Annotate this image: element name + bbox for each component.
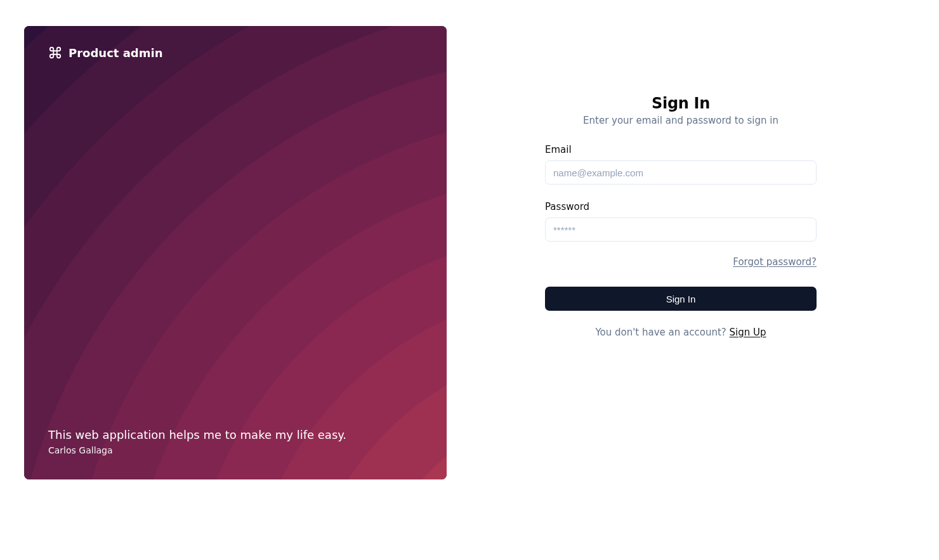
email-group: Email xyxy=(545,144,817,185)
forgot-password-link[interactable]: Forgot password? xyxy=(733,256,817,268)
signup-prompt: You don't have an account? xyxy=(595,327,729,338)
email-label: Email xyxy=(545,144,817,155)
command-icon xyxy=(48,46,62,60)
signup-row: You don't have an account? Sign Up xyxy=(545,327,817,338)
password-group: Password xyxy=(545,201,817,242)
signin-form: Sign In Enter your email and password to… xyxy=(545,94,817,338)
signup-link[interactable]: Sign Up xyxy=(730,327,766,338)
left-hero-panel: Product admin This web application helps… xyxy=(24,26,447,479)
password-label: Password xyxy=(545,201,817,212)
forgot-row: Forgot password? xyxy=(545,256,817,268)
testimonial-author: Carlos Gallaga xyxy=(48,445,423,455)
form-panel: Sign In Enter your email and password to… xyxy=(447,26,915,534)
brand-name: Product admin xyxy=(69,46,162,60)
testimonial-text: This web application helps me to make my… xyxy=(48,427,423,443)
signin-button[interactable]: Sign In xyxy=(545,287,817,311)
form-subtitle: Enter your email and password to sign in xyxy=(545,115,817,126)
brand-row: Product admin xyxy=(48,46,423,60)
testimonial-block: This web application helps me to make my… xyxy=(48,427,423,455)
form-title: Sign In xyxy=(545,94,817,112)
email-field[interactable] xyxy=(545,160,817,185)
password-field[interactable] xyxy=(545,218,817,242)
